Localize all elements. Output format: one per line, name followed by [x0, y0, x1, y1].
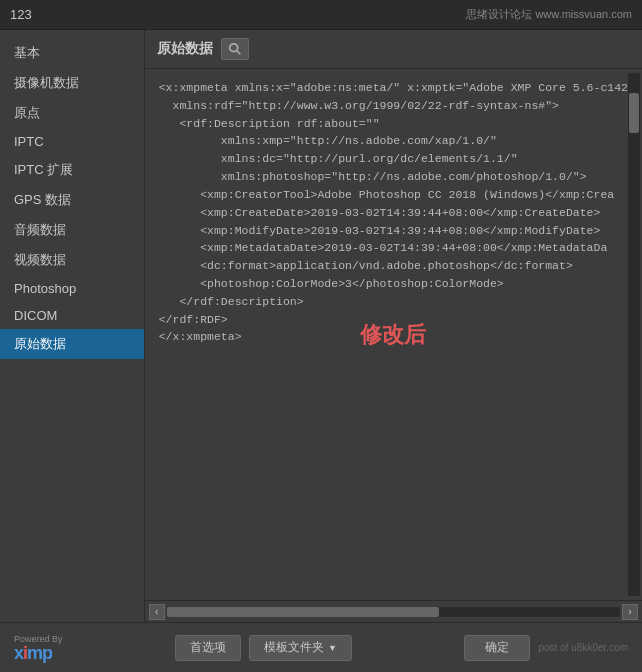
content-title: 原始数据	[157, 40, 213, 58]
modified-label: 修改后	[360, 320, 426, 350]
template-folder-button[interactable]: 模板文件夹 ▼	[249, 635, 352, 661]
sidebar-item-origin[interactable]: 原点	[0, 98, 144, 128]
xmp-logo: ximp	[14, 644, 52, 662]
horizontal-scrollbar-area: ‹ ›	[145, 600, 642, 622]
footer-left: Powered By ximp	[14, 634, 63, 662]
first-item-button[interactable]: 首选项	[175, 635, 241, 661]
main-container: 基本 摄像机数据 原点 IPTC IPTC 扩展 GPS 数据 音频数据 视频数…	[0, 30, 642, 622]
sidebar-item-basic[interactable]: 基本	[0, 38, 144, 68]
sidebar-item-raw[interactable]: 原始数据	[0, 329, 144, 359]
sidebar-item-photoshop[interactable]: Photoshop	[0, 275, 144, 302]
sidebar-item-iptc-ext[interactable]: IPTC 扩展	[0, 155, 144, 185]
svg-point-0	[229, 44, 237, 52]
watermark: 思绪设计论坛 www.missvuan.com	[466, 7, 632, 22]
sidebar-item-camera[interactable]: 摄像机数据	[0, 68, 144, 98]
content-header: 原始数据	[145, 30, 642, 69]
powered-by: Powered By ximp	[14, 634, 63, 662]
sidebar-item-video[interactable]: 视频数据	[0, 245, 144, 275]
svg-line-1	[236, 51, 240, 55]
sidebar: 基本 摄像机数据 原点 IPTC IPTC 扩展 GPS 数据 音频数据 视频数…	[0, 30, 145, 622]
sidebar-item-audio[interactable]: 音频数据	[0, 215, 144, 245]
footer-right-text: post of u8kk0er.com	[538, 642, 628, 653]
xml-content-area: <x:xmpmeta xmlns:x="adobe:ns:meta/" x:xm…	[145, 69, 642, 600]
dropdown-arrow-icon: ▼	[328, 643, 337, 653]
xml-text: <x:xmpmeta xmlns:x="adobe:ns:meta/" x:xm…	[159, 79, 628, 346]
h-scrollbar-track[interactable]	[167, 607, 620, 617]
footer-center: 首选项 模板文件夹 ▼	[175, 635, 352, 661]
sidebar-item-iptc[interactable]: IPTC	[0, 128, 144, 155]
title-bar: 123 思绪设计论坛 www.missvuan.com	[0, 0, 642, 30]
title-number: 123	[10, 7, 32, 22]
scrollbar-thumb-v[interactable]	[629, 93, 639, 133]
footer-right: 确定 post of u8kk0er.com	[464, 635, 628, 661]
content-area: 原始数据 <x:xmpmeta xmlns:x="adobe:ns:meta/"…	[145, 30, 642, 622]
sidebar-item-gps[interactable]: GPS 数据	[0, 185, 144, 215]
search-button[interactable]	[221, 38, 249, 60]
search-icon	[228, 42, 242, 56]
h-scrollbar-thumb[interactable]	[167, 607, 439, 617]
scroll-right-button[interactable]: ›	[622, 604, 638, 620]
scroll-left-button[interactable]: ‹	[149, 604, 165, 620]
footer: Powered By ximp 首选项 模板文件夹 ▼ 确定 post of u…	[0, 622, 642, 672]
confirm-button[interactable]: 确定	[464, 635, 530, 661]
vertical-scrollbar[interactable]	[628, 73, 640, 596]
sidebar-item-dicom[interactable]: DICOM	[0, 302, 144, 329]
